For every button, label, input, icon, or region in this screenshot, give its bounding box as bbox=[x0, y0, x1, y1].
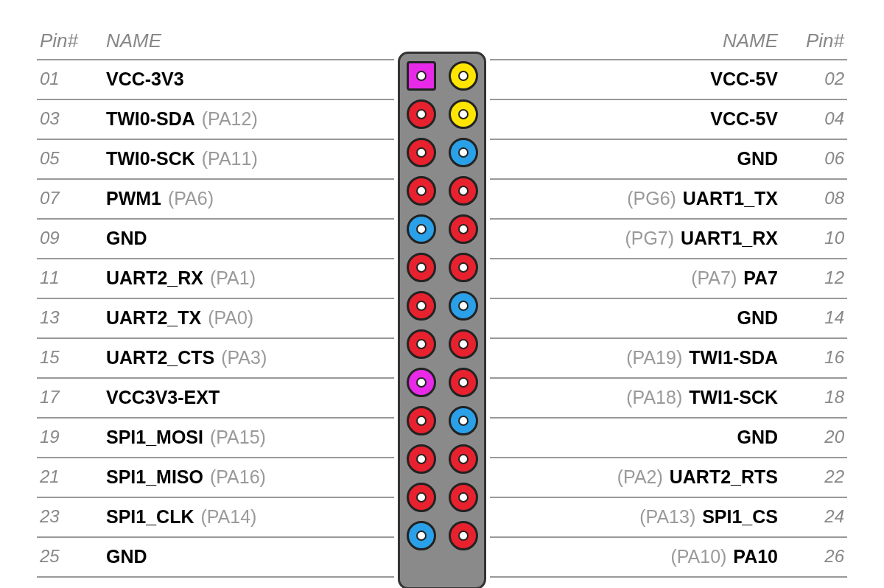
pin-hole-icon bbox=[458, 377, 469, 388]
connector-pin-icon bbox=[449, 521, 478, 550]
divider bbox=[490, 497, 847, 498]
pin-name-label: TWI0-SDA bbox=[106, 108, 195, 129]
pin-alt-label: (PA15) bbox=[205, 427, 266, 447]
pin-hole-icon bbox=[458, 454, 469, 464]
divider bbox=[490, 377, 847, 379]
connector-pins-grid bbox=[400, 61, 484, 550]
pin-name-label: SPI1_CLK bbox=[106, 506, 194, 527]
pin-name-label: GND bbox=[106, 228, 147, 248]
pin-alt-label: (PG7) bbox=[625, 228, 679, 248]
pin-name-label: SPI1_CS bbox=[702, 506, 778, 527]
connector-pin-icon bbox=[449, 176, 478, 206]
pin-number-right: 02 bbox=[781, 69, 847, 89]
pin-name-label: VCC-5V bbox=[710, 69, 778, 89]
divider bbox=[37, 457, 394, 458]
pin-name-label: PWM1 bbox=[106, 188, 161, 209]
connector-pin-icon bbox=[407, 368, 436, 397]
divider bbox=[490, 139, 847, 140]
pin-hole-icon bbox=[458, 531, 469, 541]
pin-name-label: PA10 bbox=[733, 546, 778, 567]
pin-name-right: GND bbox=[486, 148, 781, 169]
connector-pin-icon bbox=[407, 329, 436, 359]
divider bbox=[37, 337, 394, 339]
pin-name-right: (PA13) SPI1_CS bbox=[486, 506, 781, 528]
pin-name-left: PWM1 (PA6) bbox=[103, 188, 398, 209]
header-pin-right: Pin# bbox=[781, 29, 847, 52]
divider bbox=[37, 377, 394, 379]
divider bbox=[37, 258, 394, 259]
divider bbox=[37, 298, 394, 299]
pin-name-label: GND bbox=[737, 148, 778, 169]
pin-name-left: GND bbox=[103, 228, 398, 249]
pin-number-left: 19 bbox=[37, 427, 103, 447]
pin-alt-label: (PA7) bbox=[691, 267, 742, 288]
pin-hole-icon bbox=[458, 186, 469, 196]
pin-name-label: TWI1-SCK bbox=[689, 387, 778, 407]
pin-number-right: 10 bbox=[781, 228, 847, 248]
pin-hole-icon bbox=[458, 224, 469, 234]
pin-name-label: UART2_RX bbox=[106, 267, 203, 288]
divider bbox=[490, 417, 847, 419]
pin-hole-icon bbox=[416, 454, 427, 464]
pin-alt-label: (PA6) bbox=[163, 188, 214, 209]
connector-pin-icon bbox=[407, 291, 436, 321]
pin-name-left: UART2_TX (PA0) bbox=[103, 307, 398, 329]
connector-pin-icon bbox=[407, 406, 436, 435]
pin-hole-icon bbox=[416, 339, 427, 349]
pin-name-label: UART1_RX bbox=[681, 228, 778, 248]
connector-pin-icon bbox=[407, 483, 436, 512]
pin-name-left: GND bbox=[103, 546, 398, 567]
connector-pin-icon bbox=[449, 406, 478, 435]
pin-name-left: UART2_CTS (PA3) bbox=[103, 347, 398, 368]
pin-name-label: UART1_TX bbox=[683, 188, 778, 209]
pin-name-right: GND bbox=[486, 307, 781, 329]
divider bbox=[37, 139, 394, 140]
pin-number-left: 15 bbox=[37, 347, 103, 368]
divider bbox=[490, 218, 847, 220]
pin-hole-icon bbox=[416, 109, 427, 119]
pin-name-left: SPI1_MOSI (PA15) bbox=[103, 427, 398, 448]
connector-pin-icon bbox=[407, 99, 436, 129]
pin-name-label: PA7 bbox=[743, 267, 778, 288]
connector-body bbox=[398, 52, 486, 588]
pin-number-right: 20 bbox=[781, 427, 847, 447]
pin-alt-label: (PA12) bbox=[197, 108, 258, 129]
divider bbox=[490, 337, 847, 339]
pin-number-left: 25 bbox=[37, 546, 103, 567]
pin-name-left: TWI0-SCK (PA11) bbox=[103, 148, 398, 169]
divider bbox=[490, 178, 847, 180]
pin-name-right: (PA10) PA10 bbox=[486, 546, 781, 567]
pin-hole-icon bbox=[416, 224, 427, 234]
connector-pin-icon bbox=[449, 61, 478, 91]
divider bbox=[37, 417, 394, 419]
pin-number-right: 14 bbox=[781, 307, 847, 328]
pin-alt-label: (PA11) bbox=[197, 148, 258, 169]
divider bbox=[490, 59, 847, 60]
connector-pin-icon bbox=[449, 138, 478, 167]
divider bbox=[37, 576, 394, 578]
pin-hole-icon bbox=[416, 71, 427, 81]
pin-alt-label: (PA18) bbox=[626, 387, 687, 407]
pin-alt-label: (PA16) bbox=[205, 466, 266, 487]
divider bbox=[490, 457, 847, 458]
pin-name-left: SPI1_MISO (PA16) bbox=[103, 466, 398, 488]
pin-number-right: 08 bbox=[781, 188, 847, 209]
pin-hole-icon bbox=[458, 492, 469, 503]
connector-pin-icon bbox=[449, 368, 478, 397]
pin-name-label: SPI1_MOSI bbox=[106, 427, 203, 447]
pin-number-right: 22 bbox=[781, 466, 847, 487]
pin-hole-icon bbox=[416, 301, 427, 311]
pin-hole-icon bbox=[458, 301, 469, 311]
pin-alt-label: (PG6) bbox=[627, 188, 681, 209]
divider bbox=[37, 218, 394, 220]
divider bbox=[490, 576, 847, 578]
pin-number-right: 12 bbox=[781, 267, 847, 288]
pin-hole-icon bbox=[458, 416, 469, 426]
divider bbox=[37, 99, 394, 100]
pin-alt-label: (PA2) bbox=[617, 466, 668, 487]
pin-name-left: SPI1_CLK (PA14) bbox=[103, 506, 398, 528]
pin-number-right: 18 bbox=[781, 387, 847, 407]
pin-name-right: (PA18) TWI1-SCK bbox=[486, 387, 781, 408]
pin-number-right: 26 bbox=[781, 546, 847, 567]
pin-alt-label: (PA3) bbox=[216, 347, 267, 368]
